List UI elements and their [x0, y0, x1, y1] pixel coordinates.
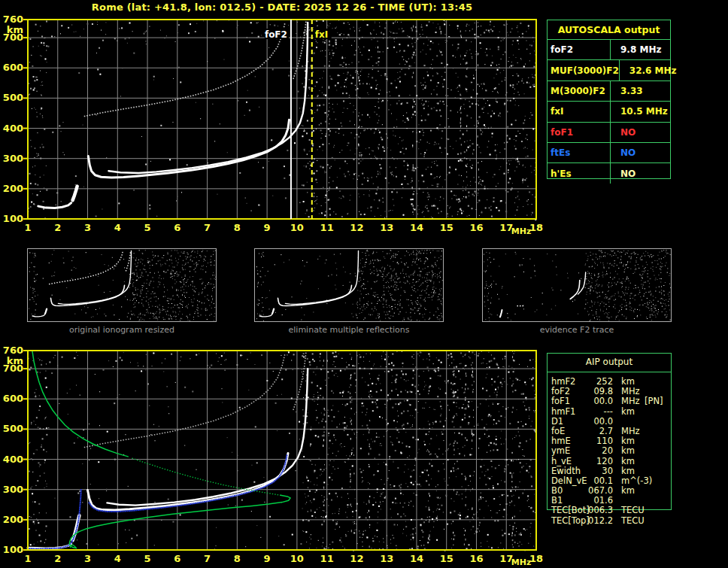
aip-value: 30 [575, 466, 613, 476]
param-value: NO [611, 169, 635, 179]
aip-unit: TECU [621, 505, 645, 515]
param-value: NO [611, 127, 635, 138]
aip-row-Ewidth: Ewidth30km [547, 466, 673, 475]
aip-value: --- [575, 406, 613, 417]
aip-row-DelN_vE: DelN_vE00.1m^(-3) [547, 475, 673, 485]
aip-unit: km [621, 445, 635, 456]
aip-label: B0 [551, 485, 563, 496]
svg-text:MHz: MHz [511, 226, 532, 236]
aip-value: 006.3 [575, 505, 613, 515]
param-label: foF1 [548, 123, 611, 142]
aip-panel-title: AIP output [547, 357, 672, 367]
svg-text:10: 10 [290, 222, 304, 233]
svg-text:14: 14 [410, 553, 423, 564]
param-value: NO [611, 147, 635, 158]
svg-text:12: 12 [350, 222, 363, 233]
svg-text:4: 4 [114, 222, 121, 233]
svg-text:11: 11 [320, 553, 334, 564]
autoscala-row-h'Es: h'EsNO [548, 163, 670, 183]
aip-unit: m^(-3) [621, 475, 652, 486]
autoscala-rows: foF29.8 MHzMUF(3000)F232.6 MHzM(3000)F23… [548, 40, 670, 184]
aip-label: hmF1 [551, 406, 575, 417]
aip-row-hmF2: hmF2252km [547, 376, 673, 386]
aip-row-B1: B101.6 [547, 495, 673, 505]
aip-label: h_vE [551, 456, 572, 466]
svg-text:7: 7 [204, 222, 211, 233]
svg-text:10: 10 [290, 553, 304, 564]
aip-unit: MHz [621, 396, 640, 406]
param-value: 32.6 MHz [620, 65, 677, 76]
svg-text:760: 760 [3, 345, 23, 356]
svg-text:300: 300 [3, 484, 23, 495]
aip-value: 00.0 [575, 396, 613, 406]
aip-label: B1 [551, 495, 563, 506]
param-value: 10.5 MHz [611, 106, 668, 117]
aip-row-ymE: ymE20km [547, 445, 673, 455]
svg-text:5: 5 [144, 553, 151, 564]
aip-row-h_vE: h_vE120km [547, 456, 673, 466]
svg-text:200: 200 [3, 183, 23, 194]
svg-text:200: 200 [3, 514, 23, 525]
svg-text:18: 18 [529, 553, 543, 564]
param-label: foF2 [548, 40, 611, 59]
svg-text:1: 1 [24, 553, 31, 564]
svg-text:9: 9 [264, 222, 271, 233]
svg-text:fxI: fxI [315, 29, 328, 40]
param-label: MUF(3000)F2 [548, 60, 620, 80]
svg-text:15: 15 [440, 553, 453, 564]
aip-row-hmF1: hmF1---km [547, 406, 673, 416]
svg-text:13: 13 [380, 553, 393, 564]
svg-text:16: 16 [469, 222, 483, 233]
aip-row-TEC[Top]: TEC[Top]012.2TECU [547, 515, 673, 525]
aip-header-divider [547, 372, 672, 372]
param-value: 9.8 MHz [611, 44, 661, 55]
svg-text:km: km [7, 24, 23, 35]
svg-text:15: 15 [440, 222, 453, 233]
aip-unit: km [621, 406, 635, 417]
aip-unit: km [621, 466, 635, 476]
bottom-ionogram-plot: 760700600500400300200100km12345678910111… [0, 342, 548, 568]
thumbnail-caption: evidence F2 trace [482, 325, 672, 335]
thumbnail-caption: eliminate multiple reflections [254, 325, 444, 335]
autoscala-row-ftEs: ftEsNO [548, 143, 670, 163]
aip-value: 00.1 [575, 475, 613, 486]
svg-text:13: 13 [380, 222, 393, 233]
svg-text:5: 5 [144, 222, 151, 233]
aip-row-foE: foE2.7MHz [547, 426, 673, 436]
aip-unit: km [621, 456, 635, 466]
svg-text:300: 300 [3, 153, 23, 164]
aip-label: foF1 [551, 396, 570, 406]
thumbnail-evidence-f2 [482, 248, 672, 322]
svg-text:6: 6 [174, 222, 180, 233]
autoscala-row-fxI: fxI10.5 MHz [548, 102, 670, 122]
svg-text:6: 6 [174, 553, 180, 564]
svg-text:2: 2 [54, 222, 61, 233]
autoscala-row-foF1: foF1NO [548, 123, 670, 143]
aip-row-TEC[Bot]: TEC[Bot]006.3TECU [547, 505, 673, 515]
aip-value: 20 [575, 445, 613, 456]
top-ionogram-plot: foF2fxI760700600500400300200100km1234567… [0, 0, 548, 239]
svg-text:500: 500 [3, 423, 23, 434]
autoscala-row-M(3000)F2: M(3000)F23.33 [548, 81, 670, 102]
svg-text:3: 3 [84, 222, 91, 233]
svg-text:100: 100 [3, 213, 23, 224]
aip-label: hmF2 [551, 376, 575, 387]
aip-value: 00.0 [575, 416, 613, 427]
param-label: ftEs [548, 143, 611, 163]
autoscala-output-panel: AUTOSCALA output foF29.8 MHzMUF(3000)F23… [547, 20, 671, 179]
aip-value: 09.8 [575, 386, 613, 396]
param-label: fxI [548, 102, 611, 121]
svg-text:18: 18 [529, 222, 543, 233]
svg-text:8: 8 [234, 222, 241, 233]
aip-value: 120 [575, 456, 613, 466]
aip-rows: hmF2252kmfoF209.8MHzfoF100.0MHz[PN]hmF1-… [547, 376, 673, 525]
aip-row-foF1: foF100.0MHz[PN] [547, 396, 673, 405]
aip-row-D1: D100.0 [547, 416, 673, 426]
aip-extra: [PN] [645, 396, 663, 406]
aip-label: D1 [551, 416, 563, 427]
aip-value: 012.2 [575, 515, 613, 526]
svg-text:2: 2 [54, 553, 61, 564]
aip-unit: km [621, 485, 635, 496]
aip-label: ymE [551, 445, 570, 456]
aip-label: hmE [551, 436, 571, 446]
